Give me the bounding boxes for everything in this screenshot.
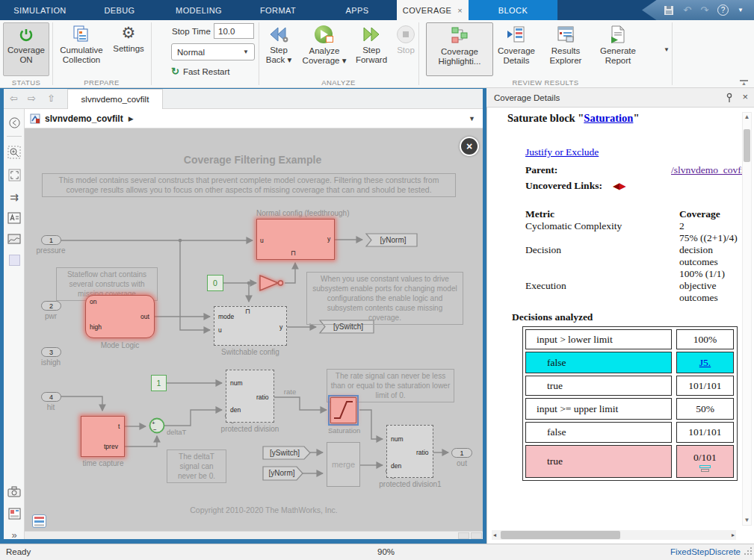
cumulative-collection-icon bbox=[72, 25, 90, 43]
forward-arrow-icon[interactable]: ⇨ bbox=[28, 93, 36, 104]
parent-link[interactable]: /slvnvdemo_covfilt bbox=[671, 164, 750, 176]
up-arrow-icon[interactable]: ⇧ bbox=[47, 93, 55, 104]
stop-time-input[interactable] bbox=[214, 23, 254, 39]
sum-minus-sign: − bbox=[153, 427, 157, 433]
step-forward-button[interactable]: Step Forward bbox=[352, 22, 391, 76]
inport-pwr[interactable]: 2 bbox=[41, 301, 61, 311]
coverage-details-button[interactable]: Coverage Details bbox=[495, 22, 538, 76]
analyze-coverage-button[interactable]: Analyze Coverage ▾ bbox=[298, 22, 350, 76]
justify-or-exclude-link[interactable]: Justify or Exclude bbox=[525, 146, 599, 158]
inport-pwr-label: pwr bbox=[26, 312, 75, 320]
pin-icon[interactable] bbox=[726, 93, 733, 103]
settings-button[interactable]: ⚙ Settings bbox=[109, 22, 148, 76]
not-gate-block[interactable] bbox=[260, 276, 283, 290]
sum-plus-sign: + bbox=[152, 420, 155, 426]
tab-coverage[interactable]: COVERAGE × bbox=[397, 0, 469, 20]
fit-to-view-icon[interactable] bbox=[7, 167, 22, 182]
area-icon[interactable] bbox=[7, 252, 22, 267]
tab-block[interactable]: BLOCK bbox=[469, 0, 557, 20]
decision-label: false bbox=[525, 422, 672, 443]
port-high: high bbox=[90, 324, 102, 331]
justify-rule-link[interactable]: J5. bbox=[699, 357, 711, 369]
model-canvas[interactable]: Coverage Filtering Example This model co… bbox=[25, 128, 483, 531]
inport-pressure[interactable]: 1 bbox=[41, 235, 61, 245]
scroll-left-icon[interactable]: ◂ bbox=[493, 532, 496, 538]
signal-deltat-label: deltaT bbox=[167, 428, 197, 436]
saturation-link[interactable]: Saturation bbox=[584, 112, 633, 124]
screenshot-icon[interactable] bbox=[7, 484, 22, 499]
generate-report-icon bbox=[608, 25, 628, 44]
decision-row-justified: false J5. bbox=[525, 352, 735, 373]
collapse-ribbon-icon[interactable]: ▲ bbox=[740, 80, 748, 86]
port-den: den bbox=[230, 407, 241, 414]
breadcrumb-model-name[interactable]: slvnvdemo_covfilt bbox=[45, 113, 123, 124]
scroll-down-icon[interactable]: ▼ bbox=[743, 516, 751, 525]
normal-config-label: Normal config (feedthrough) bbox=[256, 209, 335, 217]
coverage-on-button[interactable]: Coverage ON bbox=[3, 22, 49, 76]
generate-report-button[interactable]: Generate Report bbox=[593, 22, 643, 76]
next-uncovered-icon[interactable]: ▶ bbox=[619, 181, 625, 191]
hscroll-thumb[interactable] bbox=[501, 531, 620, 539]
resize-grip[interactable] bbox=[750, 553, 752, 555]
outport-out-label: out bbox=[451, 459, 472, 467]
hide-browser-icon[interactable] bbox=[7, 115, 22, 130]
decision-label: true bbox=[525, 376, 672, 396]
constant-0-block[interactable]: 0 bbox=[207, 275, 223, 291]
group-divider bbox=[672, 22, 673, 85]
enable-port-icon: ⊓ bbox=[291, 250, 296, 257]
outport-out[interactable]: 1 bbox=[451, 448, 472, 458]
constant-1-block[interactable]: 1 bbox=[151, 375, 167, 391]
results-explorer-button[interactable]: Results Explorer bbox=[543, 22, 589, 76]
back-arrow-icon[interactable]: ⇦ bbox=[10, 93, 18, 104]
stop-label: Stop bbox=[397, 46, 415, 55]
tab-debug[interactable]: DEBUG bbox=[80, 0, 159, 20]
inport-hit[interactable]: 4 bbox=[41, 392, 61, 402]
image-icon[interactable] bbox=[7, 231, 22, 246]
signal-routing-icon[interactable]: ⇉ bbox=[7, 190, 22, 205]
sim-mode-dropdown[interactable]: Normal ▼ bbox=[171, 43, 255, 60]
model-tab[interactable]: slvnvdemo_covfilt bbox=[67, 89, 163, 109]
scroll-right-icon[interactable]: ▸ bbox=[732, 532, 735, 538]
saturation-block[interactable] bbox=[330, 397, 356, 423]
coverage-legend-icon[interactable] bbox=[32, 514, 46, 528]
expand-palette-icon[interactable]: » bbox=[7, 527, 22, 542]
annotation-icon[interactable] bbox=[7, 211, 22, 225]
review-results-gallery-dropdown[interactable]: ▼ bbox=[661, 41, 673, 57]
undo-icon[interactable]: ↶ bbox=[683, 4, 691, 16]
close-tab-icon[interactable]: × bbox=[457, 6, 463, 15]
close-highlight-icon[interactable]: × bbox=[460, 137, 479, 156]
scroll-left-button[interactable] bbox=[458, 532, 469, 539]
vscroll-thumb[interactable] bbox=[744, 129, 750, 162]
cumulative-collection-button[interactable]: Cumulative Collection bbox=[57, 22, 106, 76]
tab-apps[interactable]: APPS bbox=[318, 0, 397, 20]
zoom-region-icon[interactable] bbox=[7, 145, 22, 160]
help-icon[interactable]: ? bbox=[717, 4, 729, 16]
save-icon[interactable] bbox=[664, 5, 674, 16]
panel-vscrollbar[interactable]: ▲ ▼ bbox=[742, 112, 752, 526]
breadcrumb-caret-icon[interactable]: ▶ bbox=[129, 115, 134, 122]
inport-ishigh-label: ishigh bbox=[26, 358, 75, 367]
step-back-button[interactable]: Step Back ▾ bbox=[262, 22, 296, 76]
close-panel-icon[interactable]: × bbox=[742, 91, 748, 102]
tab-format[interactable]: FORMAT bbox=[238, 0, 318, 20]
port-mode: mode bbox=[218, 314, 234, 320]
coverage-highlighting-button[interactable]: Coverage Highlighti... bbox=[426, 22, 493, 76]
solver-name[interactable]: FixedStepDiscrete bbox=[670, 547, 741, 556]
prev-uncovered-icon[interactable]: ◀ bbox=[613, 181, 618, 191]
scroll-up-icon[interactable]: ▲ bbox=[743, 113, 751, 122]
redo-icon[interactable]: ↷ bbox=[700, 4, 708, 16]
viewmarks-icon[interactable] bbox=[7, 506, 22, 521]
inport-ishigh[interactable]: 3 bbox=[41, 347, 61, 357]
panel-hscrollbar[interactable]: ◂ ▸ bbox=[492, 530, 736, 540]
status-ready: Ready bbox=[6, 547, 31, 556]
canvas-hscrollbar[interactable] bbox=[25, 531, 483, 539]
scroll-right-button[interactable] bbox=[471, 532, 482, 539]
decision-label: true bbox=[525, 445, 672, 478]
tab-simulation[interactable]: SIMULATION bbox=[0, 0, 80, 20]
quick-access-dropdown-icon[interactable]: ▼ bbox=[738, 7, 744, 13]
merge-block[interactable]: merge bbox=[327, 442, 360, 487]
tab-modeling[interactable]: MODELING bbox=[159, 0, 238, 20]
test-generation-icon[interactable] bbox=[699, 465, 711, 472]
fast-restart-toggle[interactable]: ↻ Fast Restart bbox=[171, 66, 230, 77]
breadcrumb-dropdown-icon[interactable]: ▼ bbox=[469, 115, 475, 122]
